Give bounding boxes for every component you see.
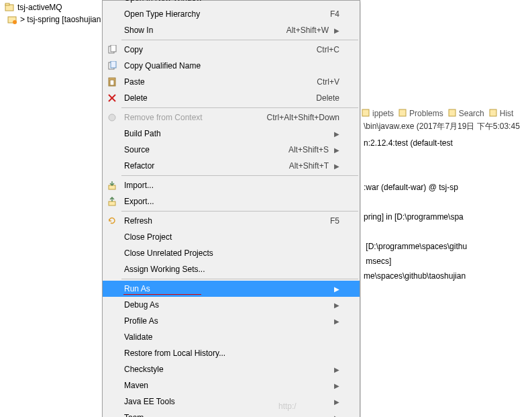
tab-ippets[interactable]: ippets bbox=[361, 108, 394, 120]
problems-icon bbox=[398, 108, 407, 120]
menu-label: Java EE Tools bbox=[124, 397, 329, 406]
menu-item-open-in-new-window[interactable]: Open In New Window bbox=[103, 0, 360, 6]
menu-item-open-type-hierarchy[interactable]: Open Type HierarchyF4 bbox=[103, 6, 360, 22]
menu-shortcut: Alt+Shift+W bbox=[286, 26, 329, 35]
menu-item-team[interactable]: Team▶ bbox=[103, 410, 360, 417]
menu-label: Checkstyle bbox=[124, 365, 329, 374]
menu-label: Maven bbox=[124, 381, 329, 390]
tab-label: Problems bbox=[409, 109, 443, 118]
tab-search[interactable]: Search bbox=[447, 108, 484, 120]
menu-label: Source bbox=[124, 145, 288, 154]
menu-label: Copy Qualified Name bbox=[124, 61, 339, 71]
menu-item-copy-qualified-name[interactable]: Copy Qualified Name bbox=[103, 58, 360, 74]
view-tabs: ippetsProblemsSearchHist bbox=[361, 106, 532, 121]
svg-rect-14 bbox=[109, 201, 115, 205]
copy-icon bbox=[107, 44, 117, 55]
project-git-icon bbox=[7, 14, 17, 25]
menu-shortcut: Alt+Shift+S bbox=[288, 145, 329, 154]
blank-icon bbox=[107, 332, 117, 342]
menu-label: Assign Working Sets... bbox=[124, 265, 339, 274]
context-menu: Open In New WindowOpen Type HierarchyF4S… bbox=[102, 0, 360, 417]
menu-item-delete[interactable]: DeleteDelete bbox=[103, 90, 360, 106]
chevron-right-icon: ▶ bbox=[334, 382, 339, 389]
tab-label: Search bbox=[459, 109, 484, 118]
menu-item-close-unrelated-projects[interactable]: Close Unrelated Projects bbox=[103, 245, 360, 261]
menu-item-export[interactable]: Export... bbox=[103, 193, 360, 210]
console-header: \bin\javaw.exe (2017年7月19日 下午5:03:45 bbox=[361, 121, 532, 132]
menu-item-refactor[interactable]: RefactorAlt+Shift+T▶ bbox=[103, 158, 360, 174]
menu-item-maven[interactable]: Maven▶ bbox=[103, 377, 360, 393]
refresh-icon bbox=[107, 216, 117, 226]
svg-rect-1 bbox=[5, 3, 9, 5]
menu-item-copy[interactable]: CopyCtrl+C bbox=[103, 42, 360, 58]
console-line: me\spaces\github\taoshujian bbox=[364, 271, 529, 286]
chevron-right-icon: ▶ bbox=[334, 414, 339, 418]
blank-icon bbox=[107, 283, 117, 294]
menu-item-java-ee-tools[interactable]: Java EE Tools▶ bbox=[103, 393, 360, 410]
tab-label: ippets bbox=[372, 109, 394, 118]
blank-icon bbox=[107, 248, 117, 259]
project-explorer: tsj-activeMQ > tsj-spring [taoshujian bbox=[0, 0, 104, 417]
menu-item-close-project[interactable]: Close Project bbox=[103, 229, 360, 245]
menu-item-source[interactable]: SourceAlt+Shift+S▶ bbox=[103, 142, 360, 158]
blank-icon bbox=[107, 316, 117, 326]
menu-item-refresh[interactable]: RefreshF5 bbox=[103, 213, 360, 229]
copy-qname-icon bbox=[107, 60, 117, 71]
blank-icon bbox=[107, 364, 117, 375]
console-line bbox=[364, 168, 529, 183]
blank-icon bbox=[107, 396, 117, 407]
menu-shortcut: Alt+Shift+T bbox=[289, 161, 329, 171]
menu-item-paste[interactable]: PasteCtrl+V bbox=[103, 74, 360, 90]
menu-label: Restore from Local History... bbox=[124, 349, 339, 358]
menu-label: Open In New Window bbox=[124, 0, 339, 3]
menu-shortcut: Ctrl+C bbox=[317, 45, 339, 54]
menu-shortcut: Ctrl+Alt+Shift+Down bbox=[267, 113, 339, 122]
menu-label: Team bbox=[124, 413, 329, 417]
menu-item-debug-as[interactable]: Debug As▶ bbox=[103, 297, 360, 313]
menu-item-build-path[interactable]: Build Path▶ bbox=[103, 126, 360, 142]
menu-label: Close Project bbox=[124, 232, 339, 242]
tab-hist[interactable]: Hist bbox=[488, 108, 514, 120]
blank-icon bbox=[107, 299, 117, 310]
menu-item-profile-as[interactable]: Profile As▶ bbox=[103, 313, 360, 329]
svg-point-3 bbox=[13, 20, 17, 24]
blank-icon bbox=[107, 9, 117, 19]
tree-item-spring[interactable]: > tsj-spring [taoshujian bbox=[0, 13, 104, 26]
svg-rect-21 bbox=[362, 109, 369, 116]
tab-problems[interactable]: Problems bbox=[398, 108, 443, 120]
menu-label: Run As bbox=[124, 284, 329, 293]
menu-shortcut: Ctrl+V bbox=[317, 77, 339, 87]
right-panel: ippetsProblemsSearchHist \bin\javaw.exe … bbox=[361, 0, 532, 417]
blank-icon bbox=[107, 380, 117, 391]
chevron-right-icon: ▶ bbox=[334, 285, 339, 293]
chevron-right-icon: ▶ bbox=[334, 302, 339, 309]
menu-separator bbox=[121, 211, 358, 212]
menu-label: Debug As bbox=[124, 300, 329, 310]
console-line bbox=[364, 227, 529, 242]
menu-label: Show In bbox=[124, 26, 286, 35]
menu-item-restore-from-local-history[interactable]: Restore from Local History... bbox=[103, 345, 360, 361]
menu-item-import[interactable]: Import... bbox=[103, 177, 360, 193]
console-line: msecs] bbox=[364, 257, 529, 271]
menu-separator bbox=[121, 107, 358, 108]
menu-shortcut: F5 bbox=[330, 216, 339, 226]
delete-icon bbox=[107, 93, 117, 103]
paste-icon bbox=[107, 77, 117, 87]
svg-rect-22 bbox=[399, 109, 406, 116]
tree-item-activemq[interactable]: tsj-activeMQ bbox=[0, 1, 104, 13]
console-line: n:2.12.4:test (default-test bbox=[364, 138, 529, 153]
blank-icon bbox=[107, 144, 117, 155]
menu-item-checkstyle[interactable]: Checkstyle▶ bbox=[103, 361, 360, 377]
tree-label: > tsj-spring [taoshujian bbox=[20, 15, 101, 24]
menu-label: Import... bbox=[124, 181, 339, 190]
snippets-icon bbox=[361, 108, 370, 120]
export-icon bbox=[107, 196, 117, 207]
menu-item-show-in[interactable]: Show InAlt+Shift+W▶ bbox=[103, 22, 360, 38]
chevron-right-icon: ▶ bbox=[334, 27, 339, 34]
menu-item-assign-working-sets[interactable]: Assign Working Sets... bbox=[103, 261, 360, 277]
menu-label: Copy bbox=[124, 45, 317, 54]
chevron-right-icon: ▶ bbox=[334, 366, 339, 373]
console-line: [D:\programme\spaces\githu bbox=[364, 242, 529, 257]
menu-separator bbox=[121, 175, 358, 176]
menu-item-validate[interactable]: Validate bbox=[103, 329, 360, 345]
